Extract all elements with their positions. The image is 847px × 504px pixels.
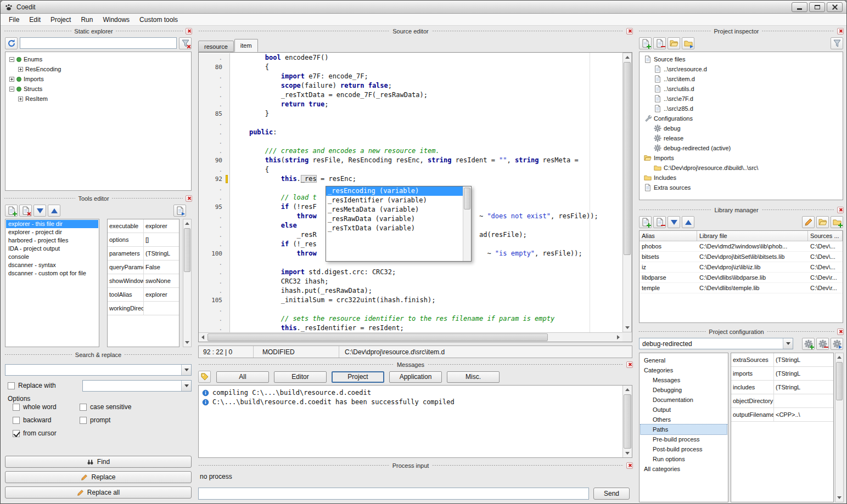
menu-item-edit[interactable]: Edit (24, 14, 46, 25)
process-input-field[interactable] (198, 488, 589, 500)
code-line[interactable]: . { (199, 165, 622, 174)
tab-resource[interactable]: resource (198, 41, 234, 52)
inspector-node[interactable]: Imports (641, 153, 842, 163)
code-line[interactable]: . /// creates and encodes a new resource… (199, 146, 622, 156)
close-panel-button[interactable] (186, 28, 192, 35)
property-value[interactable]: swoNone (144, 274, 179, 287)
find-button[interactable]: Find (5, 456, 192, 468)
code-line[interactable]: 85 } (199, 109, 622, 118)
dropdown-button[interactable] (181, 381, 191, 391)
code-line[interactable]: 80 { (199, 63, 622, 72)
clone-configuration-button[interactable] (831, 338, 843, 350)
message-row[interactable]: compiling C:\...\build\resource.d.coedit (200, 388, 621, 398)
code-line[interactable]: 105 _initialSum = crc322uint(ihash.finis… (199, 296, 622, 305)
completion-item[interactable]: _resTxtData (variable) (326, 224, 463, 233)
scrollbar-thumb[interactable] (836, 362, 843, 400)
tree-node[interactable]: ResItem (7, 94, 190, 104)
library-row[interactable]: bitsetsC:\Dev\dproj\bitSet\lib\bitsets.l… (640, 252, 843, 262)
config-scrollbar[interactable] (835, 353, 844, 502)
add-library-folder-button[interactable] (831, 216, 843, 228)
clear-filter-button[interactable] (179, 37, 192, 49)
option-checkbox-prompt[interactable]: prompt (80, 416, 190, 424)
config-property-row[interactable]: includes(TStringL (731, 381, 833, 394)
editor-vertical-scrollbar[interactable] (622, 53, 632, 332)
property-value[interactable]: explorer (144, 219, 179, 233)
config-category[interactable]: Documentation (641, 395, 727, 405)
open-library-file-button[interactable] (816, 216, 829, 228)
minimize-button[interactable] (792, 2, 807, 12)
code-line[interactable]: . bool encodee7F() (199, 53, 622, 63)
expand-icon[interactable] (9, 77, 14, 82)
close-panel-button[interactable] (626, 28, 633, 35)
menu-item-project[interactable]: Project (46, 14, 76, 25)
property-value[interactable]: [] (144, 233, 179, 246)
tool-list-item[interactable]: dscanner - custom opt for file (6, 269, 98, 278)
library-row[interactable]: libdparseC:\Dev\dlibs\libdparse.libC:\De… (640, 273, 843, 283)
inspector-node[interactable]: debug-redirected (active) (641, 143, 842, 153)
inspector-node[interactable]: Configurations (641, 114, 842, 123)
config-category[interactable]: Messages (641, 375, 727, 385)
property-value[interactable] (774, 394, 833, 407)
filter-button-project[interactable]: Project (332, 371, 384, 383)
replace-all-button[interactable]: Replace all (5, 486, 192, 499)
config-property-row[interactable]: outputFilename<CPP>..\ (731, 408, 833, 422)
tool-list-item[interactable]: dscanner - syntax (6, 261, 98, 269)
code-line[interactable]: . CRC32 ihash; (199, 277, 622, 286)
scroll-down-icon[interactable] (835, 494, 843, 502)
tool-property-row[interactable]: queryParametFalse (108, 261, 179, 274)
scrollbar-thumb[interactable] (207, 333, 548, 341)
code-line[interactable]: . import e7F: encode_7F; (199, 72, 622, 81)
refresh-button[interactable] (5, 37, 18, 49)
filter-sources-button[interactable] (831, 37, 843, 49)
move-library-up-button[interactable] (682, 216, 694, 228)
config-property-row[interactable]: objectDirectory (731, 394, 833, 408)
tree-node[interactable]: Enums (7, 54, 190, 64)
inspector-node[interactable]: ..\src\resource.d (641, 64, 842, 74)
property-value[interactable]: False (144, 261, 179, 274)
completion-item[interactable]: _resRawData (variable) (326, 214, 463, 224)
tool-list-item[interactable]: IDA - project output (6, 245, 98, 253)
remove-configuration-button[interactable] (816, 338, 829, 350)
symbol-search-input[interactable] (20, 37, 177, 49)
config-category[interactable]: Run options (641, 454, 727, 464)
add-source-button[interactable] (639, 37, 652, 49)
inspector-node[interactable]: ..\src\utils.d (641, 84, 842, 94)
tool-property-row[interactable]: parameters(TStringL (108, 247, 179, 261)
tree-node[interactable]: Structs (7, 84, 190, 94)
move-tool-down-button[interactable] (33, 205, 46, 217)
inspector-node[interactable]: Extra sources (641, 183, 842, 192)
scroll-up-icon[interactable] (183, 219, 191, 228)
remove-tool-button[interactable] (19, 205, 32, 217)
close-panel-button[interactable] (626, 462, 633, 469)
close-window-button[interactable] (827, 2, 843, 12)
completion-item[interactable]: _resMetaData (variable) (326, 205, 463, 214)
run-tool-button[interactable] (173, 205, 186, 217)
completion-scrollbar[interactable] (463, 186, 471, 261)
tools-grid-scrollbar[interactable] (183, 219, 192, 347)
completion-item[interactable]: _resIdentifier (variable) (326, 196, 463, 205)
property-value[interactable]: <CPP>..\ (774, 408, 833, 421)
tab-item[interactable]: item (234, 39, 258, 52)
library-row[interactable]: izC:\Dev\dproj\iz\lib\iz.libC:\Dev\... (640, 262, 843, 273)
tool-list-item[interactable]: console (6, 253, 98, 261)
editor-horizontal-scrollbar[interactable] (199, 332, 622, 342)
property-value[interactable] (144, 302, 179, 315)
remove-source-button[interactable] (653, 37, 666, 49)
config-property-row[interactable]: imports(TStringL (731, 367, 833, 381)
close-panel-button[interactable] (186, 195, 192, 202)
config-category[interactable]: Output (641, 405, 727, 415)
property-value[interactable]: (TStringL (144, 247, 179, 260)
tool-property-row[interactable]: workingDirect (108, 302, 179, 315)
menu-item-windows[interactable]: Windows (98, 14, 134, 25)
move-tool-up-button[interactable] (48, 205, 60, 217)
add-folder-button[interactable] (682, 37, 694, 49)
clear-messages-button[interactable] (198, 371, 211, 383)
code-line[interactable]: . (199, 137, 622, 146)
scroll-up-icon[interactable] (623, 386, 632, 394)
option-checkbox-whole-word[interactable]: whole word (13, 403, 80, 411)
inspector-node[interactable]: release (641, 133, 842, 143)
inspector-node[interactable]: ..\src\z85.d (641, 104, 842, 114)
close-panel-button[interactable] (626, 361, 633, 368)
inspector-node[interactable]: debug (641, 123, 842, 133)
code-line[interactable]: . // sets the resource identifier to the… (199, 314, 622, 324)
